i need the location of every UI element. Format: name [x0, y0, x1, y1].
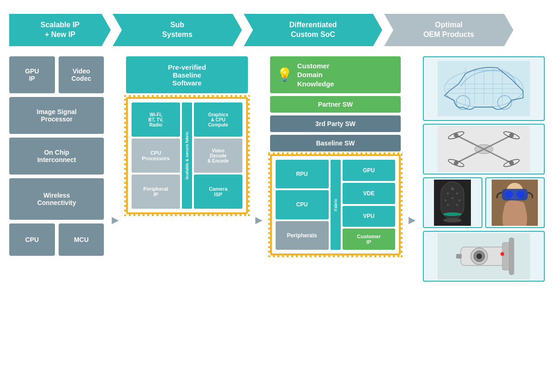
customer-ip-cell: Customer IP [343, 229, 396, 250]
content-row: GPU IP Video Codec Image Signal Processo… [9, 56, 545, 383]
svg-point-34 [447, 204, 449, 206]
header-col2: Sub Systems [113, 14, 242, 46]
cpu-cell: CPU [276, 190, 329, 219]
baseline-sw-box: Baseline SW [270, 135, 401, 151]
soc2-inner: RPU CPU Peripherals Fabric [276, 160, 396, 250]
svg-point-37 [443, 212, 462, 216]
on-chip-interconnect-block: On Chip Interconnect [9, 138, 104, 175]
soc-right-col2: Graphics & CPU Compute Video Decode & En… [194, 103, 242, 209]
header-col2-label: Sub Systems [162, 20, 193, 40]
vpu-cell: VPU [343, 206, 396, 227]
header-col1: Scalable IP + New IP [9, 14, 111, 46]
scalable-fabric-label: Scalable & secure fabric [182, 103, 192, 209]
camera-isp-cell: Camera ISP [194, 175, 242, 209]
video-codec-block: Video Codec [59, 56, 104, 93]
header-col3: Differentiated Custom SoC [244, 14, 382, 46]
svg-point-29 [447, 193, 449, 194]
customer-domain-box: 💡 Customer Domain Knowledge [270, 56, 401, 93]
fabric-label-col3: Fabric [331, 160, 341, 250]
header-row: Scalable IP + New IP Sub Systems Differe… [9, 9, 545, 51]
video-decode-cell: Video Decode & Encode [194, 139, 242, 173]
security-camera-box [423, 231, 545, 282]
wireless-connectivity-block: Wireless Connectivity [9, 178, 104, 220]
header-col4: Optimal OEM Products [384, 14, 513, 46]
speaker-product-box [423, 177, 482, 228]
gpu-ip-block: GPU IP [9, 56, 55, 93]
column-3: 💡 Customer Domain Knowledge Partner SW 3… [270, 56, 401, 255]
preverified-software-box: Pre-verified Baseline Software [126, 56, 248, 93]
graphics-cpu-cell: Graphics & CPU Compute [194, 103, 242, 137]
vr-product-box [485, 177, 545, 228]
soc-inner-col2: Wi-Fi, BT, TV, Radio CPU Processors Peri… [132, 103, 242, 209]
soc-chip-col2: Wi-Fi, BT, TV, Radio CPU Processors Peri… [126, 97, 248, 214]
wifi-bt-cell: Wi-Fi, BT, TV, Radio [132, 103, 180, 137]
speaker-vr-row [423, 177, 545, 228]
mcu-block: MCU [59, 223, 104, 256]
arrow-3-4: ▶ [407, 214, 416, 225]
vde-cell: VDE [343, 183, 396, 204]
svg-point-47 [476, 253, 482, 259]
header-col3-label: Differentiated Custom SoC [289, 20, 337, 40]
svg-point-51 [500, 252, 504, 256]
header-col4-label: Optimal OEM Products [423, 20, 474, 40]
main-container: Scalable IP + New IP Sub Systems Differe… [0, 0, 554, 392]
svg-point-31 [445, 199, 446, 201]
cpu-block: CPU [9, 223, 55, 256]
svg-point-25 [509, 161, 514, 165]
car-image [424, 57, 544, 120]
peripheral-ip-cell: Peripheral IP [132, 175, 180, 209]
camera-image [424, 232, 544, 281]
svg-point-35 [456, 204, 458, 206]
column-1: GPU IP Video Codec Image Signal Processo… [9, 56, 104, 256]
peripherals-cell: Peripherals [276, 221, 329, 250]
image-signal-processor-block: Image Signal Processor [9, 97, 104, 134]
arrow-1-2: ▶ [110, 214, 120, 225]
column-2: Pre-verified Baseline Software Wi-Fi, BT… [126, 56, 248, 214]
svg-point-23 [509, 133, 514, 138]
svg-point-24 [454, 161, 458, 165]
soc-chip-col3: RPU CPU Peripherals Fabric [270, 154, 401, 255]
svg-rect-49 [509, 238, 514, 275]
soc-left-col2: Wi-Fi, BT, TV, Radio CPU Processors Peri… [132, 103, 180, 209]
car-product-box [423, 56, 545, 121]
cpu-processors-cell: CPU Processors [132, 139, 180, 173]
partner-sw-box: Partner SW [270, 96, 401, 113]
arrow-2-3: ▶ [254, 214, 264, 225]
column-4 [423, 56, 545, 282]
svg-rect-50 [456, 254, 462, 259]
soc2-left: RPU CPU Peripherals [276, 160, 329, 250]
svg-point-36 [443, 218, 462, 223]
cpu-mcu-row: CPU MCU [9, 223, 104, 256]
gpu-cell: GPU [343, 160, 396, 181]
drone-image [424, 125, 544, 174]
lightbulb-icon: 💡 [277, 68, 293, 81]
vr-image [486, 178, 544, 227]
svg-point-33 [458, 199, 460, 201]
header-col1-label: Scalable IP + New IP [41, 20, 80, 40]
svg-point-30 [456, 193, 458, 194]
rpu-cell: RPU [276, 160, 329, 188]
speaker-image [424, 178, 482, 227]
svg-point-32 [452, 197, 453, 199]
svg-point-22 [454, 133, 458, 138]
soc2-right: GPU VDE VPU Customer IP [343, 160, 396, 250]
svg-point-42 [517, 191, 524, 198]
svg-point-41 [506, 191, 513, 198]
svg-point-28 [451, 187, 454, 190]
drone-product-box [423, 124, 545, 175]
gpu-video-row: GPU IP Video Codec [9, 56, 104, 93]
third-party-sw-box: 3rd Party SW [270, 115, 401, 132]
